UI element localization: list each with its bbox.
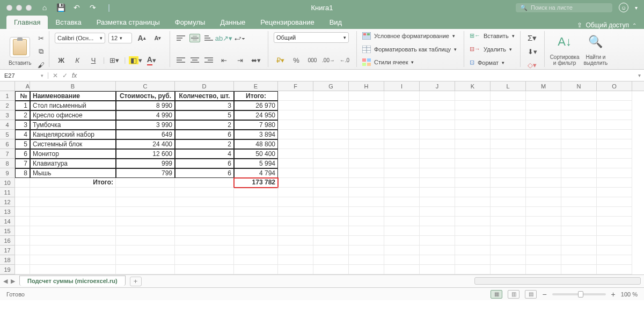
cell[interactable] — [313, 217, 349, 226]
cell[interactable] — [526, 159, 561, 168]
cell[interactable]: 24 400 — [116, 139, 175, 149]
cell[interactable]: 24 950 — [234, 110, 278, 120]
cell[interactable] — [561, 246, 597, 255]
cell[interactable]: 12 600 — [116, 149, 175, 159]
cell[interactable] — [526, 178, 561, 188]
cell[interactable] — [278, 91, 313, 101]
cell[interactable] — [455, 217, 491, 226]
col-header-G[interactable]: G — [313, 81, 349, 91]
cell[interactable] — [455, 188, 491, 197]
increase-decimal-icon[interactable]: .00→ — [322, 54, 335, 66]
format-cells-button[interactable]: ⊡Формат▾ — [470, 59, 515, 66]
cell[interactable] — [561, 168, 597, 178]
cell[interactable] — [420, 149, 455, 159]
cell[interactable] — [116, 265, 175, 274]
tab-layout[interactable]: Разметка страницы — [89, 16, 167, 29]
row-header[interactable]: 8 — [0, 159, 14, 168]
cell[interactable] — [491, 130, 526, 139]
cell[interactable] — [234, 207, 278, 217]
cell[interactable] — [384, 120, 420, 130]
cell[interactable] — [15, 265, 30, 274]
cell[interactable]: 3 990 — [116, 120, 175, 130]
cell[interactable] — [116, 246, 175, 255]
cell[interactable] — [384, 217, 420, 226]
row-header[interactable]: 19 — [0, 265, 14, 274]
cell[interactable] — [597, 207, 632, 217]
cell[interactable] — [455, 207, 491, 217]
cell[interactable] — [526, 101, 561, 110]
zoom-out-button[interactable]: − — [542, 290, 546, 299]
cell[interactable] — [561, 236, 597, 246]
clear-icon[interactable]: ◇▾ — [526, 59, 539, 71]
cell[interactable] — [597, 265, 632, 274]
cell[interactable] — [349, 149, 384, 159]
sheet-prev-icon[interactable]: ◀ — [3, 278, 8, 285]
cell[interactable]: 48 800 — [234, 139, 278, 149]
cell[interactable] — [455, 149, 491, 159]
cell[interactable] — [349, 236, 384, 246]
cell[interactable] — [313, 265, 349, 274]
cell[interactable] — [349, 226, 384, 236]
cell[interactable] — [420, 217, 455, 226]
cell[interactable] — [175, 255, 234, 265]
cell[interactable]: Канцелярский набор — [30, 130, 116, 139]
row-header[interactable]: 17 — [0, 246, 14, 255]
cell[interactable] — [175, 226, 234, 236]
cell[interactable]: 50 400 — [234, 149, 278, 159]
cell[interactable] — [234, 246, 278, 255]
horizontal-scrollbar[interactable] — [474, 277, 641, 285]
cell[interactable] — [313, 110, 349, 120]
cell[interactable] — [384, 236, 420, 246]
row-header[interactable]: 18 — [0, 255, 14, 265]
cell[interactable] — [455, 91, 491, 101]
cell[interactable] — [597, 178, 632, 188]
cell[interactable]: 2 — [175, 120, 234, 130]
row-header[interactable]: 9 — [0, 168, 14, 178]
cell[interactable] — [526, 91, 561, 101]
cell[interactable] — [561, 178, 597, 188]
row-header[interactable]: 13 — [0, 207, 14, 217]
cell[interactable]: 6 — [15, 149, 30, 159]
paste-button[interactable] — [10, 37, 30, 57]
cell[interactable] — [420, 265, 455, 274]
row-header[interactable]: 14 — [0, 217, 14, 226]
cell[interactable] — [313, 149, 349, 159]
cell[interactable] — [175, 178, 234, 188]
cell[interactable]: 5 — [175, 110, 234, 120]
cell[interactable] — [278, 246, 313, 255]
cell[interactable] — [491, 236, 526, 246]
cell[interactable] — [526, 207, 561, 217]
cell[interactable] — [491, 149, 526, 159]
cell[interactable]: 799 — [116, 168, 175, 178]
cell[interactable] — [561, 197, 597, 207]
cell[interactable] — [526, 130, 561, 139]
cell[interactable] — [420, 120, 455, 130]
cell[interactable] — [384, 265, 420, 274]
cell[interactable] — [30, 188, 116, 197]
cell[interactable] — [349, 168, 384, 178]
cell[interactable] — [116, 188, 175, 197]
cell[interactable] — [597, 101, 632, 110]
cell[interactable] — [561, 188, 597, 197]
row-header[interactable]: 16 — [0, 236, 14, 246]
tab-home[interactable]: Главная — [6, 16, 48, 29]
col-header-N[interactable]: N — [561, 81, 597, 91]
cell[interactable] — [526, 149, 561, 159]
cell[interactable] — [384, 149, 420, 159]
cell[interactable] — [526, 226, 561, 236]
cell[interactable] — [313, 101, 349, 110]
cell[interactable] — [526, 246, 561, 255]
cell[interactable] — [278, 255, 313, 265]
minimize-icon[interactable] — [16, 5, 22, 11]
col-header-C[interactable]: C — [116, 81, 175, 91]
cell[interactable] — [15, 236, 30, 246]
cell[interactable] — [384, 188, 420, 197]
undo-icon[interactable]: ↶ — [72, 3, 81, 12]
cell[interactable]: 8 — [15, 168, 30, 178]
cell[interactable]: 6 — [175, 168, 234, 178]
cell[interactable] — [30, 226, 116, 236]
cell[interactable] — [420, 207, 455, 217]
cell[interactable] — [234, 236, 278, 246]
decrease-indent-icon[interactable]: ⇤ — [217, 54, 230, 66]
cell[interactable] — [313, 246, 349, 255]
